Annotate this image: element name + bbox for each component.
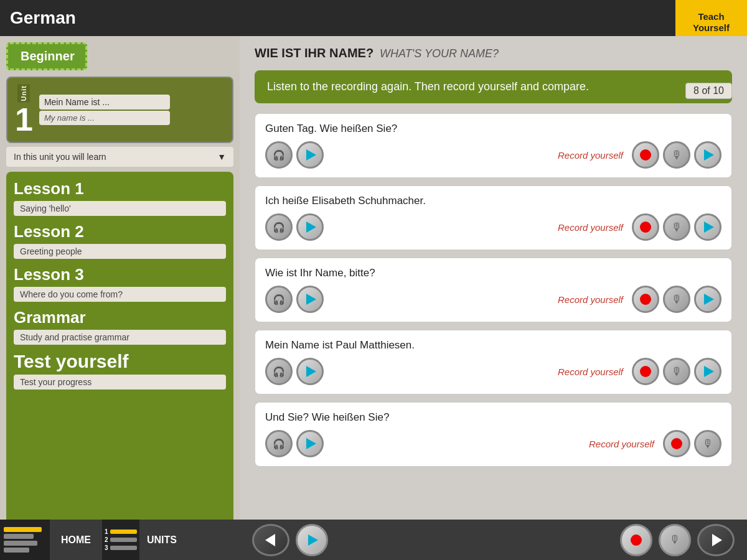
unit-header: Unit 1 Mein Name ist ... My name is ... — [6, 77, 233, 143]
play-icon-2b — [704, 222, 714, 233]
prev-button[interactable] — [252, 524, 289, 556]
play-icon-5 — [306, 438, 316, 449]
content-area: WIE IST IHR NAME? WHAT'S YOUR NAME? 8 of… — [240, 36, 747, 560]
lesson-2-section: Lesson 2 Greeting people — [14, 222, 226, 259]
play-icon-4b — [704, 366, 714, 377]
record-bottom-icon — [631, 534, 642, 546]
play-button-3[interactable] — [296, 286, 324, 313]
exercise-4-text: Mein Name ist Paul Matthiesen. — [265, 339, 721, 352]
lesson-3-title: Lesson 3 — [14, 265, 226, 284]
next-arrow-icon — [712, 534, 722, 546]
bottom-exercise-nav: 🎙 — [240, 520, 747, 560]
mic-button-3[interactable]: 🎙 — [663, 286, 690, 313]
grammar-subtitle[interactable]: Study and practise grammar — [14, 330, 226, 345]
headphone-button-3[interactable]: 🎧 — [265, 286, 293, 313]
learn-dropdown[interactable]: In this unit you will learn ▼ — [6, 147, 233, 167]
exercise-1-text: Guten Tag. Wie heißen Sie? — [265, 123, 721, 135]
headphone-icon-4: 🎧 — [273, 366, 285, 378]
play-button-2b[interactable] — [694, 213, 721, 241]
play-button-1[interactable] — [296, 141, 324, 169]
units-button[interactable]: UNITS — [139, 534, 184, 546]
play-button-3b[interactable] — [694, 286, 721, 313]
headphone-icon-5: 🎧 — [273, 438, 285, 450]
record-dot-icon-5 — [671, 438, 682, 449]
exercise-2: Ich heiße Elisabeth Schuhmacher. 🎧 Recor… — [255, 185, 732, 250]
bottom-nav-right: 🎙 — [620, 524, 735, 556]
headphone-button-1[interactable]: 🎧 — [265, 141, 293, 169]
prev-arrow-icon — [265, 534, 275, 546]
unit-number: 1 — [15, 103, 33, 136]
unit-title-line2: My name is ... — [39, 111, 170, 125]
bottom-sidebar-nav: HOME 1 2 3 UNITS — [0, 520, 240, 560]
home-button[interactable]: HOME — [50, 534, 102, 546]
headphone-button-5[interactable]: 🎧 — [265, 430, 293, 457]
instruction-box: Listen to the recording again. Then reco… — [255, 70, 732, 103]
unit-thumb-row-1: 1 — [105, 528, 137, 535]
content-title-main: WIE IST IHR NAME? — [255, 46, 374, 60]
test-title: Test yourself — [14, 351, 226, 372]
unit-thumb-row-3: 3 — [105, 544, 137, 551]
mic-icon-3: 🎙 — [671, 293, 682, 306]
mic-button-1[interactable]: 🎙 — [663, 141, 690, 169]
beginner-button[interactable]: Beginner — [6, 42, 87, 70]
record-label-1: Record yourself — [558, 150, 623, 161]
headphone-button-4[interactable]: 🎧 — [265, 358, 293, 385]
play-bottom-icon — [308, 534, 318, 546]
record-button-5[interactable] — [663, 430, 690, 457]
main-layout: Beginner Unit 1 Mein Name ist ... My nam… — [0, 36, 747, 560]
record-dot-icon-3 — [640, 294, 651, 305]
play-button-2[interactable] — [296, 213, 324, 241]
content-title-italic: WHAT'S YOUR NAME? — [380, 47, 499, 60]
next-button[interactable] — [697, 524, 735, 556]
test-subtitle[interactable]: Test your progress — [14, 375, 226, 390]
mic-button-4[interactable]: 🎙 — [663, 358, 690, 385]
play-icon-4 — [306, 366, 316, 377]
play-bottom-button[interactable] — [296, 524, 328, 556]
unit-title-line1: Mein Name ist ... — [39, 95, 170, 110]
mic-button-5[interactable]: 🎙 — [694, 430, 721, 457]
headphone-button-2[interactable]: 🎧 — [265, 213, 293, 241]
play-button-5[interactable] — [296, 430, 324, 457]
progress-indicator: 8 of 10 — [685, 83, 732, 99]
unit-badge: Unit — [17, 84, 30, 102]
headphone-icon-2: 🎧 — [273, 222, 285, 233]
thumb-row-3 — [4, 541, 37, 546]
exercise-3-text: Wie ist Ihr Name, bitte? — [265, 267, 721, 279]
record-label-3: Record yourself — [558, 294, 623, 305]
mic-icon-2: 🎙 — [671, 221, 682, 234]
record-button-1[interactable] — [632, 141, 659, 169]
mic-icon-1: 🎙 — [671, 149, 682, 162]
exercise-1-controls: 🎧 Record yourself 🎙 — [265, 141, 721, 169]
play-icon-1b — [704, 149, 714, 161]
lesson-3-subtitle[interactable]: Where do you come from? — [14, 287, 226, 302]
sidebar: Beginner Unit 1 Mein Name ist ... My nam… — [0, 36, 240, 560]
exercise-3-controls: 🎧 Record yourself 🎙 — [265, 286, 721, 313]
exercise-5-text: Und Sie? Wie heißen Sie? — [265, 411, 721, 424]
dropdown-arrow-icon: ▼ — [217, 152, 226, 162]
play-button-4[interactable] — [296, 358, 324, 385]
headphone-icon-1: 🎧 — [273, 149, 285, 161]
thumb-row-1 — [4, 527, 42, 532]
record-bottom-button[interactable] — [620, 524, 652, 556]
home-thumbnail — [0, 520, 50, 560]
mic-bottom-button[interactable]: 🎙 — [659, 524, 691, 556]
record-dot-icon-1 — [640, 149, 651, 161]
record-button-2[interactable] — [632, 213, 659, 241]
play-button-4b[interactable] — [694, 358, 721, 385]
mic-button-2[interactable]: 🎙 — [663, 213, 690, 241]
play-icon-3b — [704, 294, 714, 305]
exercise-5: Und Sie? Wie heißen Sie? 🎧 Record yourse… — [255, 402, 732, 467]
record-dot-icon-4 — [640, 366, 651, 377]
app-title: German — [10, 8, 76, 28]
thumb-row-4 — [4, 548, 29, 553]
exercise-1: Guten Tag. Wie heißen Sie? 🎧 Record your… — [255, 113, 732, 178]
lesson-2-subtitle[interactable]: Greeting people — [14, 244, 226, 259]
lesson-1-subtitle[interactable]: Saying 'hello' — [14, 201, 226, 216]
record-button-4[interactable] — [632, 358, 659, 385]
exercise-2-controls: 🎧 Record yourself 🎙 — [265, 213, 721, 241]
record-button-3[interactable] — [632, 286, 659, 313]
content-title-bar: WIE IST IHR NAME? WHAT'S YOUR NAME? — [240, 36, 747, 65]
exercises-list: Guten Tag. Wie heißen Sie? 🎧 Record your… — [240, 108, 747, 560]
grammar-title: Grammar — [14, 308, 226, 327]
play-button-1b[interactable] — [694, 141, 721, 169]
